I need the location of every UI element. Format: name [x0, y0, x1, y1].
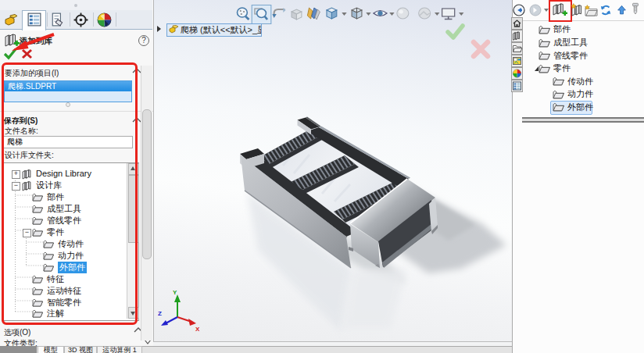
svg-text:X: X [195, 326, 200, 333]
svg-text:Z: Z [158, 310, 162, 317]
svg-text:Y: Y [173, 289, 177, 296]
